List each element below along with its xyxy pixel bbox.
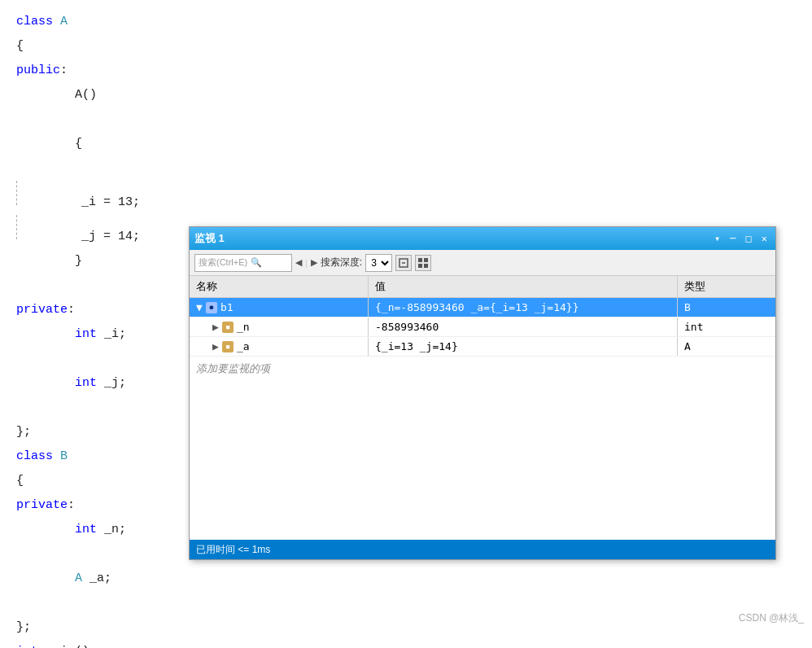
row-name-a: ▶ ■ _a bbox=[190, 337, 369, 356]
brace: { bbox=[16, 469, 24, 493]
keyword: int bbox=[16, 640, 38, 648]
brace: { bbox=[75, 132, 82, 156]
toolbar-icon-1[interactable] bbox=[395, 255, 412, 271]
table-body: ▼ ● b1 {_n=-858993460 _a={_i=13 _j=14}} … bbox=[190, 298, 775, 540]
brace: { bbox=[16, 34, 24, 59]
keyword: int bbox=[75, 518, 97, 542]
watch-titlebar: 监视 1 ▾ ─ □ ✕ bbox=[190, 227, 775, 250]
depth-select[interactable]: 3 1 2 4 5 bbox=[365, 254, 392, 272]
code-line: A _a; bbox=[16, 567, 796, 615]
col-header-value: 值 bbox=[369, 276, 678, 297]
search-icon: 🔍 bbox=[251, 257, 262, 268]
a-name: _a bbox=[237, 340, 250, 352]
keyword: private bbox=[16, 298, 68, 322]
expand-arrow-a[interactable]: ▶ bbox=[212, 340, 222, 352]
code-text: A() bbox=[75, 83, 97, 107]
punctuation: : bbox=[68, 493, 75, 518]
var-icon: ● bbox=[206, 302, 217, 313]
field-icon-a: ■ bbox=[222, 341, 234, 352]
b1-name: b1 bbox=[220, 301, 234, 313]
keyword: class bbox=[16, 10, 60, 34]
svg-rect-5 bbox=[424, 264, 428, 268]
code-text: _i; bbox=[97, 322, 126, 347]
row-type-b1: B bbox=[678, 298, 775, 317]
code-line: _i = 13; bbox=[16, 181, 796, 215]
code-text: _j; bbox=[97, 371, 126, 396]
n-name: _n bbox=[237, 321, 250, 333]
pin-button[interactable]: ▾ bbox=[711, 233, 723, 244]
svg-rect-2 bbox=[418, 258, 422, 262]
row-type-a: A bbox=[678, 337, 775, 356]
keyword: private bbox=[16, 493, 68, 518]
search-label: 搜索(Ctrl+E) bbox=[199, 256, 247, 269]
watch-status-text: 已用时间 <= 1ms bbox=[196, 543, 270, 557]
watch-window: 监视 1 ▾ ─ □ ✕ 搜索(Ctrl+E) 🔍 ◀ | ▶ 搜索深度: 3 … bbox=[189, 226, 776, 560]
watermark: CSDN @林浅_ bbox=[739, 611, 804, 625]
table-row[interactable]: ▶ ■ _n -858993460 int bbox=[190, 317, 775, 337]
code-text: }; bbox=[16, 615, 31, 640]
nav-back-btn[interactable]: ◀ bbox=[295, 257, 302, 268]
code-text: }; bbox=[16, 420, 31, 444]
table-header: 名称 值 类型 bbox=[190, 276, 775, 298]
maximize-button[interactable]: □ bbox=[743, 233, 755, 244]
watch-title: 监视 1 bbox=[194, 231, 225, 246]
code-text: _j = 14; bbox=[81, 225, 140, 249]
row-value-b1: {_n=-858993460 _a={_i=13 _j=14}} bbox=[369, 298, 678, 317]
add-watch-item[interactable]: 添加要监视的项 bbox=[190, 357, 775, 381]
keyword: int bbox=[75, 371, 97, 396]
code-text: main() bbox=[38, 640, 89, 648]
row-type-n: int bbox=[678, 317, 775, 336]
row-name-n: ▶ ■ _n bbox=[190, 317, 369, 336]
keyword: class bbox=[16, 444, 60, 469]
punctuation: : bbox=[60, 59, 68, 83]
keyword: public bbox=[16, 59, 60, 83]
watch-toolbar: 搜索(Ctrl+E) 🔍 ◀ | ▶ 搜索深度: 3 1 2 4 5 bbox=[190, 250, 775, 276]
code-line: A() bbox=[16, 83, 796, 132]
row-value-n: -858993460 bbox=[369, 317, 678, 336]
code-text: _a; bbox=[82, 567, 111, 591]
svg-rect-3 bbox=[424, 258, 428, 262]
brace: } bbox=[75, 249, 82, 274]
keyword: int bbox=[75, 322, 97, 347]
toolbar-icon-2[interactable] bbox=[415, 255, 431, 271]
classname: A bbox=[60, 10, 68, 34]
code-line: }; bbox=[16, 615, 796, 640]
table-row[interactable]: ▼ ● b1 {_n=-858993460 _a={_i=13 _j=14}} … bbox=[190, 298, 775, 317]
classname: B bbox=[60, 444, 68, 469]
col-header-type: 类型 bbox=[678, 276, 775, 297]
watch-statusbar: 已用时间 <= 1ms bbox=[190, 540, 775, 559]
table-row[interactable]: ▶ ■ _a {_i=13 _j=14} A bbox=[190, 337, 775, 357]
code-line: public: bbox=[16, 59, 796, 83]
punctuation: : bbox=[68, 298, 75, 322]
expand-arrow[interactable]: ▼ bbox=[196, 301, 206, 313]
code-line: { bbox=[16, 34, 796, 59]
expand-arrow-n[interactable]: ▶ bbox=[212, 321, 222, 333]
code-line: { bbox=[16, 132, 796, 181]
code-text: _i = 13; bbox=[81, 190, 140, 215]
close-button[interactable]: ✕ bbox=[758, 233, 771, 244]
col-header-name: 名称 bbox=[190, 276, 369, 297]
code-text: _n; bbox=[97, 518, 126, 542]
nav-forward-btn[interactable]: ▶ bbox=[311, 257, 317, 268]
watch-table: 名称 值 类型 ▼ ● b1 {_n=-858993460 _a={_i=13 … bbox=[190, 276, 775, 540]
code-line: class A bbox=[16, 10, 796, 34]
search-box[interactable]: 搜索(Ctrl+E) 🔍 bbox=[194, 254, 292, 272]
code-line: int main() bbox=[16, 640, 796, 648]
svg-rect-4 bbox=[418, 264, 422, 268]
minimize-button[interactable]: ─ bbox=[727, 233, 739, 244]
row-value-a: {_i=13 _j=14} bbox=[369, 337, 678, 356]
depth-label: 搜索深度: bbox=[321, 256, 362, 269]
row-name-b1: ▼ ● b1 bbox=[190, 298, 369, 317]
classname: A bbox=[75, 567, 82, 591]
titlebar-controls: ▾ ─ □ ✕ bbox=[711, 233, 771, 244]
nav-separator: | bbox=[305, 258, 308, 268]
field-icon: ■ bbox=[222, 322, 234, 333]
